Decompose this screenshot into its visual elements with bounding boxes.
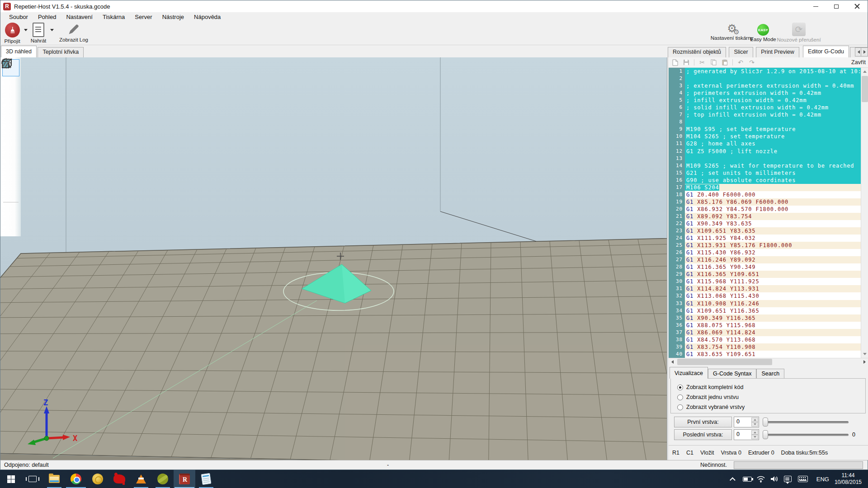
gcode-line-12[interactable]: 12G1 Z5 F5000 ; lift nozzle <box>669 148 861 155</box>
gcode-line-18[interactable]: 18G1 Z0.400 F6000.000 <box>669 191 861 198</box>
spin-up-button[interactable] <box>751 430 758 435</box>
paste-button[interactable] <box>721 59 728 66</box>
clock[interactable]: 11:44 10/08/2015 <box>835 472 868 486</box>
gcode-line-7[interactable]: 7; top infill extrusion width = 0.42mm <box>669 111 861 118</box>
slider-thumb[interactable] <box>763 418 768 427</box>
network-indicator[interactable] <box>754 475 768 483</box>
parallel-projection-toggle[interactable] <box>2 204 19 221</box>
gcode-line-35[interactable]: 35G1 X90.349 Y116.365 <box>669 314 861 322</box>
scroll-left-button[interactable] <box>669 358 676 366</box>
connect-button[interactable]: Připojit <box>2 23 22 44</box>
scroll-right-button[interactable] <box>861 358 868 366</box>
zoom-tool[interactable] <box>2 112 19 129</box>
gcode-line-13[interactable]: 13 <box>669 155 861 162</box>
taskbar-file-explorer[interactable] <box>43 470 65 488</box>
gcode-line-36[interactable]: 36G1 X88.075 Y115.968 <box>669 322 861 329</box>
task-view-button[interactable] <box>22 470 43 488</box>
gcode-line-28[interactable]: 28G1 X116.365 Y90.349 <box>669 263 861 271</box>
undo-button[interactable]: ↶ <box>737 59 744 66</box>
easy-mode-button[interactable]: EASY Easy Mode <box>751 23 775 44</box>
close-button[interactable] <box>847 0 868 12</box>
taskbar-notepad[interactable] <box>195 470 217 488</box>
gcode-line-11[interactable]: 11G28 ; home all axes <box>669 140 861 147</box>
gcode-line-2[interactable]: 2 <box>669 75 861 82</box>
right-tab-0[interactable]: Rozmístění objektů <box>668 47 726 57</box>
gcode-line-3[interactable]: 3; external perimeters extrusion width =… <box>669 82 861 89</box>
action-center-button[interactable] <box>781 476 795 482</box>
menu-item-0[interactable]: Soubor <box>4 13 33 21</box>
gcode-line-20[interactable]: 20G1 X86.932 Y84.570 F1800.000 <box>669 206 861 213</box>
radio-button[interactable] <box>677 394 683 400</box>
right-tab-1[interactable]: Slicer <box>729 47 753 57</box>
gcode-line-24[interactable]: 24G1 X111.925 Y84.032 <box>669 235 861 242</box>
gcode-line-8[interactable]: 8 <box>669 118 861 126</box>
last-layer-slider[interactable] <box>763 430 849 440</box>
editor-close-link[interactable]: Zavřít <box>851 59 866 66</box>
gcode-line-6[interactable]: 6; solid infill extrusion width = 0.42mm <box>669 104 861 111</box>
minimize-button[interactable] <box>805 0 826 12</box>
gcode-line-26[interactable]: 26G1 X115.430 Y86.932 <box>669 249 861 256</box>
volume-indicator[interactable] <box>768 475 781 483</box>
menu-item-3[interactable]: Tiskárna <box>98 13 130 21</box>
gcode-editor[interactable]: 1; generated by Slic3r 1.2.9 on 2015-08-… <box>669 68 868 358</box>
taskbar-gold-app[interactable] <box>87 470 108 488</box>
first-layer-button[interactable]: První vrstva: <box>674 417 732 427</box>
gcode-line-32[interactable]: 32G1 X113.068 Y115.430 <box>669 292 861 300</box>
scroll-down-button[interactable] <box>861 350 868 358</box>
gcode-line-10[interactable]: 10M104 S265 ; set temperature <box>669 133 861 140</box>
spin-up-button[interactable] <box>751 418 758 422</box>
gcode-line-40[interactable]: 40G1 X83.635 Y109.651 <box>669 351 861 358</box>
scroll-up-button[interactable] <box>861 68 868 75</box>
top-view-button[interactable] <box>2 183 19 200</box>
fit-view-tool[interactable] <box>2 130 19 147</box>
move-view-tool[interactable] <box>2 77 19 94</box>
move-object-tool[interactable] <box>2 94 19 112</box>
radio-option-1[interactable]: Zobrazit jednu vrstvu <box>677 392 865 402</box>
gcode-line-37[interactable]: 37G1 X86.069 Y114.824 <box>669 329 861 336</box>
view-tab-0[interactable]: 3D náhled <box>1 46 37 57</box>
viz-tab-1[interactable]: G-Code Syntax <box>708 369 756 379</box>
editor-horizontal-scrollbar[interactable] <box>669 358 868 366</box>
new-file-button[interactable] <box>671 59 679 66</box>
menu-item-5[interactable]: Nástroje <box>157 13 189 21</box>
save-button[interactable] <box>683 59 690 66</box>
spin-down-button[interactable] <box>751 422 758 427</box>
view-tab-1[interactable]: Teplotní křivka <box>38 47 84 57</box>
viz-tab-2[interactable]: Search <box>756 369 784 379</box>
copy-button[interactable] <box>710 59 717 66</box>
menu-item-1[interactable]: Pohled <box>33 13 61 21</box>
menu-item-4[interactable]: Server <box>130 13 157 21</box>
slider-thumb[interactable] <box>763 430 768 439</box>
gcode-line-29[interactable]: 29G1 X116.365 Y109.651 <box>669 271 861 278</box>
taskbar-repetier-host[interactable]: R <box>174 470 195 488</box>
gcode-line-9[interactable]: 9M190 S95 ; set bed temperature <box>669 126 861 133</box>
gcode-line-30[interactable]: 30G1 X115.968 Y111.925 <box>669 278 861 285</box>
gcode-line-16[interactable]: 16G90 ; use absolute coordinates <box>669 177 861 184</box>
emergency-stop-button[interactable]: ⟳ Nouzové přerušení <box>777 23 821 44</box>
redo-button[interactable]: ↷ <box>748 59 755 66</box>
tab-scroll-right-button[interactable] <box>861 47 868 56</box>
spin-down-button[interactable] <box>751 435 758 439</box>
taskbar-red-dog-app[interactable] <box>108 470 130 488</box>
first-layer-slider[interactable] <box>763 417 849 427</box>
radio-option-0[interactable]: Zobrazit kompletní kód <box>677 382 865 392</box>
connect-dropdown-arrow[interactable] <box>24 29 28 31</box>
radio-option-2[interactable]: Zobrazit vybrané vrstvy <box>677 402 865 412</box>
gcode-line-27[interactable]: 27G1 X116.246 Y89.092 <box>669 256 861 263</box>
gcode-line-5[interactable]: 5; infill extrusion width = 0.42mm <box>669 97 861 104</box>
viewport-3d[interactable]: ZX <box>0 57 667 460</box>
gcode-line-15[interactable]: 15G21 ; set units to millimeters <box>669 169 861 177</box>
menu-item-2[interactable]: Nastavení <box>61 13 98 21</box>
gcode-line-14[interactable]: 14M109 S265 ; wait for temperature to be… <box>669 162 861 169</box>
gcode-line-34[interactable]: 34G1 X109.651 Y116.365 <box>669 307 861 314</box>
front-view-button[interactable] <box>2 165 19 182</box>
gcode-line-25[interactable]: 25G1 X113.931 Y85.176 F1800.000 <box>669 242 861 249</box>
battery-indicator[interactable] <box>741 477 754 482</box>
menu-item-6[interactable]: Nápověda <box>189 13 226 21</box>
gcode-line-31[interactable]: 31G1 X114.824 Y113.931 <box>669 285 861 292</box>
right-tab-3[interactable]: Editor G-Codu <box>803 46 849 57</box>
gcode-line-1[interactable]: 1; generated by Slic3r 1.2.9 on 2015-08-… <box>669 68 861 75</box>
hscroll-thumb[interactable] <box>677 359 772 365</box>
gcode-line-4[interactable]: 4; perimeters extrusion width = 0.42mm <box>669 89 861 97</box>
vscroll-thumb[interactable] <box>862 76 868 102</box>
